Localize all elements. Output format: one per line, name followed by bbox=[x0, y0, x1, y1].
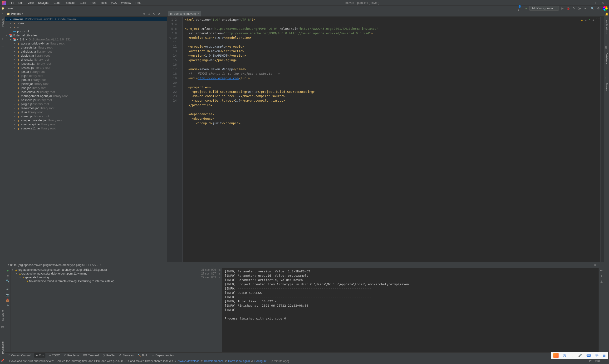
breadcrumb[interactable]: maven bbox=[1, 7, 14, 10]
soft-wrap-icon[interactable]: ↩ bbox=[600, 269, 603, 272]
tree-row[interactable]: mpom.xml bbox=[5, 29, 167, 33]
menu-build[interactable]: Build bbox=[78, 0, 88, 5]
run-icon[interactable]: ▶ bbox=[560, 6, 565, 11]
run-tree-row[interactable]: ▲ No archetype found in remote catalog. … bbox=[11, 279, 222, 283]
code-content[interactable]: <?xml version="1.0" encoding="UTF-8"?> <… bbox=[183, 17, 600, 262]
menu-view[interactable]: View bbox=[26, 0, 36, 5]
print-icon[interactable]: 🖶 bbox=[600, 280, 603, 284]
tree-row[interactable]: ▾📚External Libraries bbox=[5, 33, 167, 37]
hide-icon[interactable]: — bbox=[162, 12, 165, 15]
tool-pullreq-icon[interactable]: ⇋ bbox=[1, 45, 4, 48]
fold-gutter[interactable] bbox=[179, 17, 183, 262]
close-run-tab-icon[interactable]: × bbox=[99, 263, 101, 267]
menu-help[interactable]: Help bbox=[133, 0, 143, 5]
tool-bookmarks-icon[interactable]: 📌 bbox=[1, 359, 4, 362]
ime-item[interactable]: ， bbox=[571, 353, 574, 358]
run-tree-row[interactable]: ▾▲ org.apache.maven:standalone-pom:pom:1… bbox=[11, 272, 222, 275]
tree-row[interactable]: ▸jaccess.jarlibrary root bbox=[5, 62, 167, 66]
tree-row[interactable]: ▸management-agent.jarlibrary root bbox=[5, 94, 167, 98]
build-icon[interactable]: ↘ bbox=[524, 6, 528, 11]
collapse-all-icon[interactable]: ⇱ bbox=[152, 12, 156, 15]
bottom-tool-problems[interactable]: ⊘Problems bbox=[64, 354, 79, 357]
bottom-tool-todo[interactable]: ≡TODO bbox=[49, 354, 60, 357]
chevron-down-icon[interactable]: ▼ bbox=[22, 13, 24, 15]
minimize-icon[interactable]: — bbox=[581, 1, 590, 4]
stop-icon[interactable]: ■ bbox=[583, 6, 587, 11]
tree-row[interactable]: ▸jfr.jarlibrary root bbox=[5, 74, 167, 78]
run-console[interactable]: [INFO] Parameter: version, Value: 1.0-SN… bbox=[222, 268, 598, 352]
tool-project[interactable]: Project bbox=[1, 19, 4, 27]
tree-row[interactable]: ▸jsse.jarlibrary root bbox=[5, 86, 167, 90]
rerun-icon[interactable]: ▶ bbox=[7, 269, 9, 272]
wrench-icon[interactable]: 🔧 bbox=[6, 279, 10, 283]
tool-structure[interactable]: Structure bbox=[1, 310, 4, 321]
menu-edit[interactable]: Edit bbox=[16, 0, 25, 5]
tab-overflow-icon[interactable]: ⋮ bbox=[599, 13, 602, 16]
tree-row[interactable]: ▸plugin.jarlibrary root bbox=[5, 102, 167, 106]
bottom-tool-dependencies[interactable]: ⇢Dependencies bbox=[152, 354, 174, 357]
add-configuration-button[interactable]: Add Configuration... bbox=[529, 6, 559, 11]
tree-row[interactable]: ▸jfxrt.jarlibrary root bbox=[5, 78, 167, 82]
tree-row[interactable]: ▸dnsns.jarlibrary root bbox=[5, 58, 167, 62]
expand-all-icon[interactable]: ⇲ bbox=[147, 12, 151, 15]
error-stripe[interactable] bbox=[600, 17, 604, 262]
run-settings-icon[interactable]: ⚙ bbox=[593, 263, 597, 267]
link-always-download[interactable]: Always download bbox=[178, 360, 200, 363]
inspection-widget[interactable]: ▲1 ✔1 ˆˇ bbox=[580, 18, 600, 22]
run-tree-row[interactable]: ▾▲ [org.apache.maven.plugins:maven-arche… bbox=[11, 268, 222, 272]
menu-vcs[interactable]: VCS bbox=[109, 0, 119, 5]
search-icon[interactable]: 🔍 bbox=[590, 6, 595, 11]
link-dont-show[interactable]: Don't show again bbox=[228, 360, 250, 363]
tree-row[interactable]: ▸cldrdata.jarlibrary root bbox=[5, 50, 167, 53]
tool-commit-icon[interactable]: ○ bbox=[2, 37, 3, 40]
debug-icon[interactable]: 🐞 bbox=[566, 6, 570, 11]
tree-row[interactable]: ▸nashorn.jarlibrary root bbox=[5, 98, 167, 102]
line-separator[interactable]: CRLF bbox=[595, 360, 602, 363]
tool-maven[interactable]: Maven bbox=[605, 83, 608, 91]
ime-item[interactable]: 字 bbox=[596, 353, 598, 358]
menu-file[interactable]: File bbox=[8, 0, 16, 5]
ime-keyboard-icon[interactable]: ⌨ bbox=[586, 354, 591, 357]
ime-toolbar[interactable]: 英 ， 🎤 ⌨ 字 ⊞ bbox=[551, 352, 608, 359]
tree-row[interactable]: ▸src bbox=[5, 25, 167, 29]
tree-row[interactable]: ▸sunec.jarlibrary root bbox=[5, 114, 167, 118]
camera-icon[interactable]: 📷 bbox=[6, 293, 10, 297]
menu-navigate[interactable]: Navigate bbox=[36, 0, 51, 5]
database-icon[interactable]: 🗄 bbox=[605, 46, 608, 49]
profile-icon[interactable]: ◔▾ bbox=[577, 6, 582, 11]
settings-icon[interactable]: ⚙ bbox=[596, 6, 600, 11]
tree-row[interactable]: ▸sunjce_provider.jarlibrary root bbox=[5, 118, 167, 122]
view-icon[interactable]: 👁 bbox=[6, 288, 9, 291]
tree-row[interactable]: ▾📚< 1.8 > D:\Software\Java\jdk1.8.0_331 bbox=[5, 37, 167, 41]
extension-icon[interactable] bbox=[603, 6, 608, 11]
locate-icon[interactable]: ⊚ bbox=[143, 12, 146, 15]
filter-icon[interactable]: ⏏ bbox=[6, 304, 9, 307]
tool-database[interactable]: Database bbox=[605, 53, 608, 64]
scroll-end-icon[interactable]: ⤓ bbox=[600, 274, 603, 278]
project-tree[interactable]: ▾maven D:\Software\Java\IDEA_Code\maven▸… bbox=[5, 17, 167, 262]
tree-row[interactable]: ▸resources.jarlibrary root bbox=[5, 106, 167, 110]
run-tree[interactable]: ▾▲ [org.apache.maven.plugins:maven-arche… bbox=[11, 268, 222, 352]
ime-item[interactable]: 英 bbox=[563, 353, 566, 358]
settings-icon[interactable]: ⚙ bbox=[157, 12, 161, 15]
coverage-icon[interactable]: ↻ bbox=[572, 6, 576, 11]
tree-row[interactable]: ▸jce.jarlibrary root bbox=[5, 70, 167, 74]
tree-row[interactable]: ▸access-bridge-64.jarlibrary root bbox=[5, 41, 167, 45]
menu-refactor[interactable]: Refactor bbox=[63, 0, 77, 5]
menu-code[interactable]: Code bbox=[52, 0, 62, 5]
bottom-tool-terminal[interactable]: ⌨Terminal bbox=[83, 354, 99, 357]
close-icon[interactable]: ✕ bbox=[598, 1, 607, 4]
run-tree-row[interactable]: ▾▲ generate 1 warning27 sec, 863 ms bbox=[11, 275, 222, 279]
tree-row[interactable]: ▸deploy.jarlibrary root bbox=[5, 53, 167, 58]
tree-row[interactable]: ▸sunpkcs11.jarlibrary root bbox=[5, 126, 167, 130]
close-tab-icon[interactable]: × bbox=[197, 12, 199, 15]
bottom-tool-version-control[interactable]: ⎇Version Control bbox=[7, 354, 30, 357]
tool-notifications[interactable]: Notifications bbox=[605, 20, 608, 34]
export-icon[interactable]: 📤 bbox=[6, 298, 10, 302]
tree-row[interactable]: ▸.idea bbox=[5, 21, 167, 25]
bottom-tool-run[interactable]: ▶Run bbox=[34, 353, 45, 358]
editor-tab-pom[interactable]: m pom.xml (maven) × bbox=[168, 11, 201, 16]
ime-grid-icon[interactable]: ⊞ bbox=[603, 354, 606, 357]
tree-row[interactable]: ▸jfxswt.jarlibrary root bbox=[5, 82, 167, 86]
ime-mic-icon[interactable]: 🎤 bbox=[578, 354, 582, 357]
